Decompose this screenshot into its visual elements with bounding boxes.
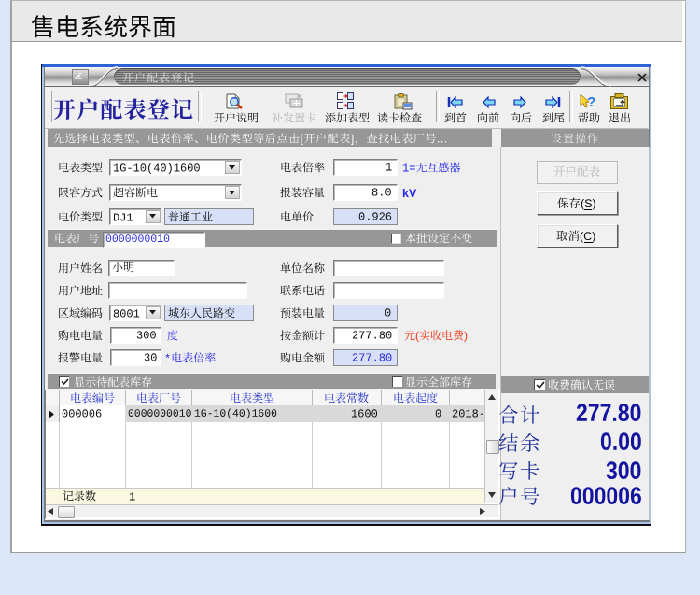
svg-text:?: ? bbox=[587, 93, 595, 109]
